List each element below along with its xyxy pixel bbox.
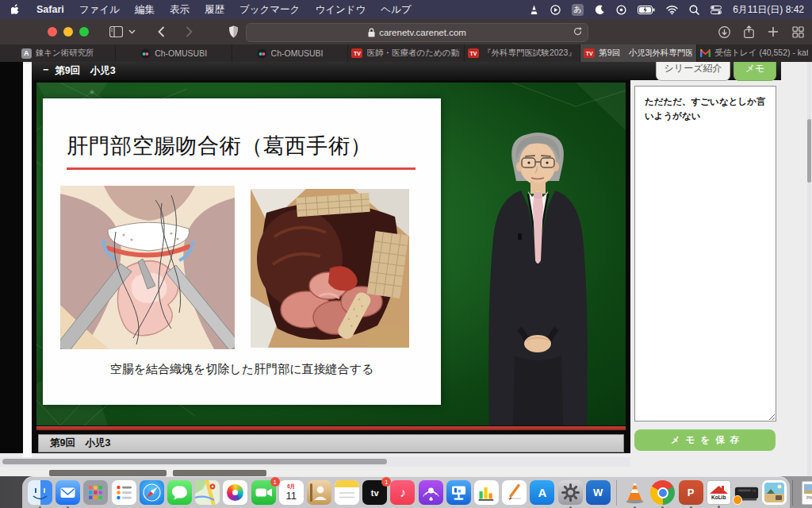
dock-messages-icon[interactable]: [167, 480, 192, 505]
surgical-photo-figure: [251, 189, 409, 348]
occluded-page-text: [173, 470, 266, 476]
word-label: W: [593, 487, 603, 498]
kasai-illustration-figure: [60, 186, 235, 349]
close-window-button[interactable]: [48, 27, 57, 37]
battery-icon[interactable]: [638, 6, 655, 14]
wifi-icon[interactable]: [666, 6, 678, 14]
menu-file[interactable]: ファイル: [79, 3, 120, 17]
dock-mail-icon[interactable]: [56, 480, 80, 505]
play-circle-icon[interactable]: [550, 5, 561, 15]
dock-contacts-icon[interactable]: [307, 480, 331, 505]
tab-bar: A 錬キン術研究所 Ch-OMUSUBI Ch-OMUSUBI TV 医師・医療…: [0, 44, 812, 62]
presenter-figure: [485, 132, 592, 425]
kolib-label: KoLib: [711, 495, 726, 501]
minimize-window-button[interactable]: [63, 27, 73, 37]
dock-photos-icon[interactable]: [223, 480, 247, 505]
address-bar[interactable]: carenetv.carenet.com: [246, 23, 588, 42]
dock-image-viewer-icon[interactable]: [762, 480, 787, 505]
occluded-page-text: [49, 470, 167, 476]
video-frame[interactable]: 肝門部空腸吻合術（葛西手術）: [36, 83, 626, 425]
menu-window[interactable]: ウインドウ: [315, 3, 366, 17]
memo-toggle-button[interactable]: メモ: [733, 62, 776, 81]
dock-safari-icon[interactable]: [140, 480, 164, 505]
video-player[interactable]: 肝門部空腸吻合術（葛西手術）: [32, 80, 630, 453]
dock-keynote-icon[interactable]: [446, 480, 471, 505]
back-button[interactable]: [158, 26, 165, 37]
dock-facetime-icon[interactable]: 1: [251, 480, 276, 505]
dock-app-store-icon[interactable]: A: [530, 480, 554, 505]
video-progress-bar[interactable]: [36, 426, 626, 430]
zoom-window-button[interactable]: [79, 27, 89, 37]
calendar-month: 6月: [287, 484, 295, 490]
tab-carenet-videos[interactable]: TV 医師・医療者のための動画…: [347, 44, 463, 62]
control-center-icon[interactable]: [710, 6, 722, 14]
dock-kolib-icon[interactable]: KoLib: [707, 480, 731, 505]
dock-scanner-icon[interactable]: [734, 480, 759, 505]
dock-pages-icon[interactable]: [502, 480, 527, 505]
dock-maps-icon[interactable]: [195, 480, 220, 505]
tab-exam-2023[interactable]: TV 『外科専門医試験2023』…: [464, 44, 580, 62]
input-source-icon[interactable]: あ: [572, 4, 584, 16]
screen: Safari ファイル 編集 表示 履歴 ブックマーク ウインドウ ヘルプ あ …: [0, 0, 812, 508]
spotlight-icon[interactable]: [689, 5, 699, 15]
menu-history[interactable]: 履歴: [205, 3, 224, 17]
status-circle-icon[interactable]: [616, 5, 626, 15]
presentation-slide: 肝門部空腸吻合術（葛西手術）: [43, 98, 441, 405]
apple-menu-icon[interactable]: [11, 4, 21, 16]
dock-chrome-icon[interactable]: [650, 480, 675, 505]
dock-powerpoint-icon[interactable]: P: [679, 480, 703, 505]
scanner-badge-icon: [733, 495, 742, 505]
tab-gmail-inbox[interactable]: 受信トレイ (40,552) - kat…: [696, 44, 812, 62]
dock-apple-tv-icon[interactable]: tv 1: [362, 480, 387, 505]
tab-renkin[interactable]: A 錬キン術研究所: [0, 44, 115, 62]
vlc-cone-icon[interactable]: [529, 5, 539, 15]
privacy-shield-icon[interactable]: [228, 25, 239, 38]
menu-app-name[interactable]: Safari: [36, 4, 64, 15]
memo-textarea[interactable]: ただただ、すごいなとしか言いようがない: [634, 86, 776, 421]
vertical-scrollbar-thumb[interactable]: [807, 119, 811, 183]
dock-png-file-icon[interactable]: PNG: [799, 480, 812, 505]
page-background-strip: [23, 64, 32, 457]
series-info-button[interactable]: シリーズ紹介: [656, 62, 730, 81]
player-footer-title: 第9回 小児3: [50, 437, 110, 450]
player-header-title: 第9回 小児3: [55, 64, 115, 78]
dock-podcasts-icon[interactable]: [419, 480, 443, 505]
dock-settings-icon[interactable]: [558, 480, 583, 505]
calendar-day: 11: [285, 491, 297, 501]
dock-numbers-icon[interactable]: [474, 480, 499, 505]
dock-vlc-icon[interactable]: [622, 480, 647, 505]
downloads-button[interactable]: [718, 26, 730, 38]
slide-title: 肝門部空腸吻合術（葛西手術）: [67, 132, 419, 160]
share-button[interactable]: [744, 25, 754, 38]
lock-icon: [368, 28, 375, 37]
dock-word-icon[interactable]: W: [586, 480, 611, 505]
omusubi-favicon: [257, 48, 267, 59]
dock-notes-icon[interactable]: [335, 480, 359, 505]
page-content: − 第9回 小児3 シリーズ紹介 メモ: [0, 62, 812, 476]
dock-finder-icon[interactable]: [28, 480, 52, 505]
tab-omusubi-1[interactable]: Ch-OMUSUBI: [115, 44, 231, 62]
horizontal-scrollbar-thumb[interactable]: [2, 459, 387, 464]
sidebar-icon[interactable]: [109, 26, 123, 37]
dock-calendar-icon[interactable]: 6月 11: [279, 480, 304, 505]
carenet-tv-favicon: TV: [351, 48, 362, 58]
focus-moon-icon[interactable]: [595, 5, 605, 15]
dock-music-icon[interactable]: ♪: [390, 480, 415, 505]
menu-bookmarks[interactable]: ブックマーク: [239, 3, 300, 17]
menu-edit[interactable]: 編集: [135, 3, 155, 17]
collapse-icon[interactable]: −: [43, 64, 48, 78]
menu-help[interactable]: ヘルプ: [381, 3, 411, 17]
sidebar-chevron-icon[interactable]: [128, 29, 136, 34]
forward-button[interactable]: [186, 26, 193, 37]
new-tab-button[interactable]: [768, 26, 779, 37]
menu-bar: Safari ファイル 編集 表示 履歴 ブックマーク ウインドウ ヘルプ あ …: [0, 0, 812, 19]
menu-view[interactable]: 表示: [170, 3, 190, 17]
save-memo-button[interactable]: メモを保存: [634, 429, 776, 451]
tab-overview-button[interactable]: [792, 26, 804, 38]
menu-clock[interactable]: 6月11日(日) 8:42: [733, 3, 804, 17]
tab-current-lecture[interactable]: TV 第9回 小児3|外科専門医…: [580, 44, 695, 62]
dock-launchpad-icon[interactable]: [83, 480, 108, 505]
reload-button[interactable]: [573, 26, 582, 38]
dock-reminders-icon[interactable]: [112, 480, 136, 505]
tab-omusubi-2[interactable]: Ch-OMUSUBI: [232, 44, 347, 62]
